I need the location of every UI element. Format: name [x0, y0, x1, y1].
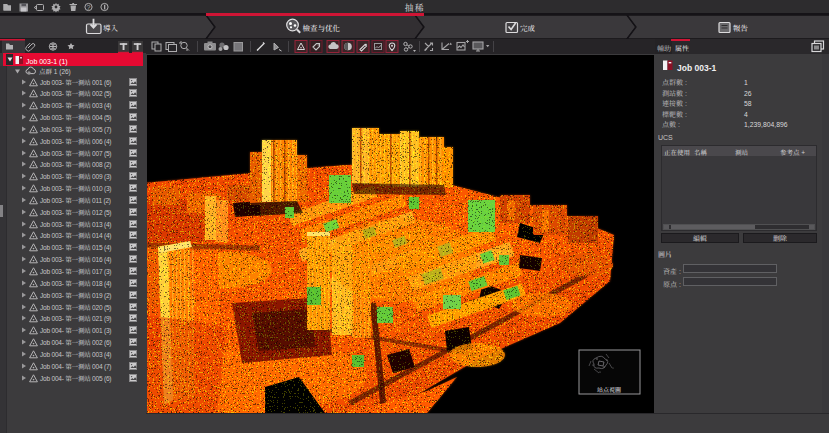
svg-text:站点視圖: 站点視圖 — [597, 385, 621, 394]
